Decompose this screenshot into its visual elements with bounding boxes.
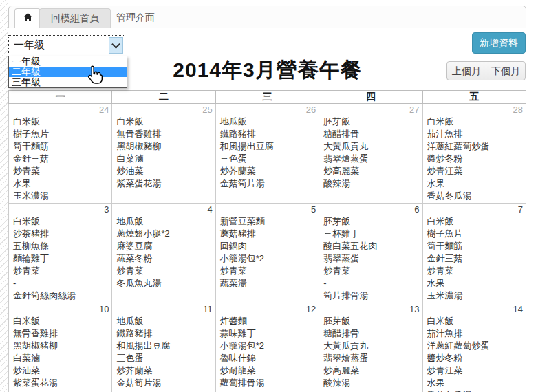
day-number: 10 bbox=[9, 303, 111, 315]
calendar-week-row: 24白米飯樹子魚片筍干麵筋金針三菇炒青菜水果玉米濃湯25白米飯無骨香雞排黑胡椒豬… bbox=[9, 104, 526, 204]
prev-month-button[interactable]: 上個月 bbox=[446, 61, 486, 80]
menu-item: 和風揚出豆腐 bbox=[112, 340, 215, 352]
day-number: 13 bbox=[319, 303, 422, 315]
day-number: 12 bbox=[216, 303, 319, 315]
menu-item: 新營豆菜麵 bbox=[216, 215, 319, 228]
menu-item: 魯味什錦 bbox=[216, 352, 319, 364]
day-number: 24 bbox=[9, 104, 111, 116]
menu-item: 大黃瓜貢丸 bbox=[319, 140, 422, 153]
month-nav: 上個月 下個月 bbox=[446, 61, 526, 80]
menu-item: 紫菜蛋花湯 bbox=[9, 377, 111, 389]
menu-item: 茄汁魚排 bbox=[423, 327, 526, 340]
menu-item: 沙茶豬排 bbox=[9, 228, 111, 240]
menu-item: 冬瓜魚丸湯 bbox=[112, 277, 215, 290]
tab-home[interactable] bbox=[14, 8, 41, 28]
menu-item: - bbox=[319, 277, 422, 290]
calendar-day-cell: 24白米飯樹子魚片筍干麵筋金針三菇炒青菜水果玉米濃湯 bbox=[9, 104, 112, 204]
day-number: 3 bbox=[9, 204, 111, 215]
menu-item: 筍干麵筋 bbox=[423, 240, 526, 252]
add-data-button[interactable]: 新增資料 bbox=[472, 32, 526, 54]
next-month-button[interactable]: 下個月 bbox=[486, 61, 526, 80]
day-number: 26 bbox=[216, 104, 319, 116]
weekday-header: 二 bbox=[112, 91, 215, 104]
menu-item: 鐵路豬排 bbox=[112, 327, 215, 340]
menu-item: 炒青菜 bbox=[112, 265, 215, 277]
grade-option[interactable]: 三年級 bbox=[9, 77, 127, 87]
menu-item: 無骨香雞排 bbox=[112, 128, 215, 140]
page-edge-stripes bbox=[0, 0, 8, 392]
menu-item: 炸醬麵 bbox=[216, 315, 319, 327]
menu-item: 麻婆豆腐 bbox=[112, 240, 215, 252]
calendar-day-cell: 14白米飯茄汁魚排洋蔥紅蘿蔔炒蛋醬炒冬粉炒青江菜水果香菇冬瓜湯 bbox=[422, 303, 526, 392]
calendar-day-cell: 7白米飯樹子魚片筍干麵筋金針三菇炒青菜水果玉米濃湯 bbox=[422, 204, 526, 303]
menu-item: 白菜滷 bbox=[9, 352, 111, 364]
menu-item: 五柳魚條 bbox=[9, 240, 111, 252]
day-number: 6 bbox=[319, 204, 422, 215]
menu-item: 蒜味雞丁 bbox=[216, 327, 319, 340]
menu-item: 炒高麗菜 bbox=[319, 364, 422, 377]
menu-item: 香菇冬瓜湯 bbox=[423, 190, 526, 202]
calendar-day-cell: 6胚芽飯三杯雞丁酸白菜五花肉翡翠蒸蛋炒青菜-筍片排骨湯 bbox=[319, 204, 422, 303]
select-arrow-button[interactable] bbox=[109, 37, 123, 54]
menu-item: 水果 bbox=[423, 277, 526, 290]
grade-option[interactable]: 二年級 bbox=[9, 67, 127, 77]
calendar-week-row: 10白米飯無骨香雞排黑胡椒豬柳白菜滷炒油菜紫菜蛋花湯11地瓜飯鐵路豬排和風揚出豆… bbox=[9, 303, 526, 392]
menu-item: 炒青菜 bbox=[216, 265, 319, 277]
grade-select[interactable]: 一年級 bbox=[8, 35, 125, 54]
menu-item: 洋蔥紅蘿蔔炒蛋 bbox=[423, 340, 526, 352]
menu-item: 蘿蔔排骨湯 bbox=[216, 377, 319, 389]
tab-admin-interface[interactable]: 管理介面 bbox=[105, 8, 166, 27]
menu-item: 三色蛋 bbox=[216, 153, 319, 165]
menu-item: 白米飯 bbox=[112, 116, 215, 128]
calendar-day-cell: 25白米飯無骨香雞排黑胡椒豬柳白菜滷炒油菜紫菜蛋花湯 bbox=[112, 104, 215, 204]
day-number: 27 bbox=[319, 104, 422, 116]
menu-item: 小籠湯包*2 bbox=[216, 252, 319, 265]
menu-item: 翡翠蒸蛋 bbox=[319, 252, 422, 265]
menu-item: 炒耐龍菜 bbox=[216, 364, 319, 377]
tab-bar: 回模組首頁 管理介面 bbox=[8, 6, 526, 28]
menu-item: 金針筍絲肉絲湯 bbox=[9, 290, 111, 302]
menu-item: 金菇筍片湯 bbox=[112, 377, 215, 389]
menu-item: 炒青菜 bbox=[9, 265, 111, 277]
menu-item: 炒青江菜 bbox=[423, 165, 526, 177]
menu-item: 三色蛋 bbox=[112, 352, 215, 364]
menu-item: 炒青菜 bbox=[423, 265, 526, 277]
menu-item: 糖醋排骨 bbox=[319, 128, 422, 140]
calendar-day-cell: 26地瓜飯鐵路豬排和風揚出豆腐三色蛋炒芥蘭菜金菇筍片湯 bbox=[215, 104, 319, 204]
menu-item: 炒青菜 bbox=[319, 265, 422, 277]
menu-item: 樹子魚片 bbox=[9, 128, 111, 140]
menu-item: 無骨香雞排 bbox=[9, 327, 111, 340]
menu-item: 蔬菜冬粉 bbox=[112, 252, 215, 265]
menu-item: 醬炒冬粉 bbox=[423, 352, 526, 364]
calendar-day-cell: 28白米飯茄汁魚排洋蔥紅蘿蔔炒蛋醬炒冬粉炒青江菜水果香菇冬瓜湯 bbox=[422, 104, 526, 204]
menu-item: 炒青江菜 bbox=[423, 364, 526, 377]
grade-dropdown-list: 一年級二年級三年級 bbox=[8, 56, 127, 88]
calendar-day-cell: 4地瓜飯蔥燒翅小腿*2麻婆豆腐蔬菜冬粉炒青菜冬瓜魚丸湯 bbox=[112, 204, 215, 303]
calendar-day-cell: 3白米飯沙茶豬排五柳魚條麵輪雞丁炒青菜-金針筍絲肉絲湯 bbox=[9, 204, 112, 303]
menu-item: 玉米濃湯 bbox=[423, 290, 526, 302]
menu-item: 白米飯 bbox=[423, 116, 526, 128]
menu-item: 蔥燒翅小腿*2 bbox=[112, 228, 215, 240]
menu-item: 炒高麗菜 bbox=[319, 165, 422, 177]
menu-item: 水果 bbox=[423, 177, 526, 190]
menu-item: 地瓜飯 bbox=[216, 116, 319, 128]
menu-item: 胚芽飯 bbox=[319, 315, 422, 327]
menu-item: 白米飯 bbox=[423, 315, 526, 327]
grade-option[interactable]: 一年級 bbox=[9, 56, 127, 67]
menu-item: 紫菜蛋花湯 bbox=[112, 177, 215, 190]
day-number: 14 bbox=[423, 303, 526, 315]
tab-module-home[interactable]: 回模組首頁 bbox=[39, 8, 111, 28]
menu-item: 白米飯 bbox=[9, 116, 111, 128]
day-number: 5 bbox=[216, 204, 319, 215]
menu-item: 地瓜飯 bbox=[112, 215, 215, 228]
menu-item: 蘑菇豬排 bbox=[216, 228, 319, 240]
menu-item: 炒芥蘭菜 bbox=[112, 364, 215, 377]
menu-item: 胚芽飯 bbox=[319, 215, 422, 228]
day-number: 4 bbox=[112, 204, 215, 215]
home-icon bbox=[23, 12, 33, 25]
weekday-header: 三 bbox=[215, 91, 319, 104]
menu-item: 香菇冬瓜湯 bbox=[423, 389, 526, 392]
chevron-down-icon bbox=[111, 40, 120, 49]
menu-item: 炒油菜 bbox=[112, 165, 215, 177]
calendar-day-cell: 5新營豆菜麵蘑菇豬排回鍋肉小籠湯包*2炒青菜蔬菜湯 bbox=[215, 204, 319, 303]
